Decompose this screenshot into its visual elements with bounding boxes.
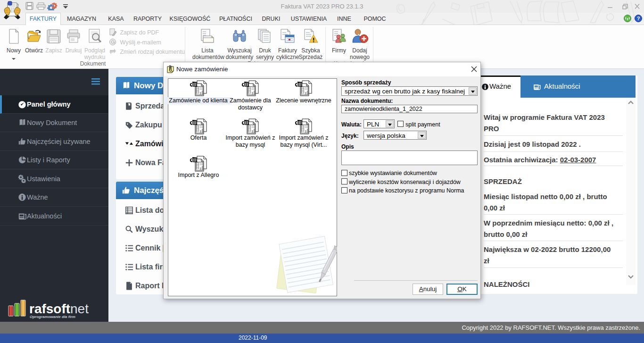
svg-text:net: net [70, 301, 89, 316]
svg-text:Oprogramowanie dla firm: Oprogramowanie dla firm [30, 315, 75, 319]
svg-text:rafsoft: rafsoft [29, 301, 70, 316]
svg-text:?: ? [637, 16, 640, 21]
